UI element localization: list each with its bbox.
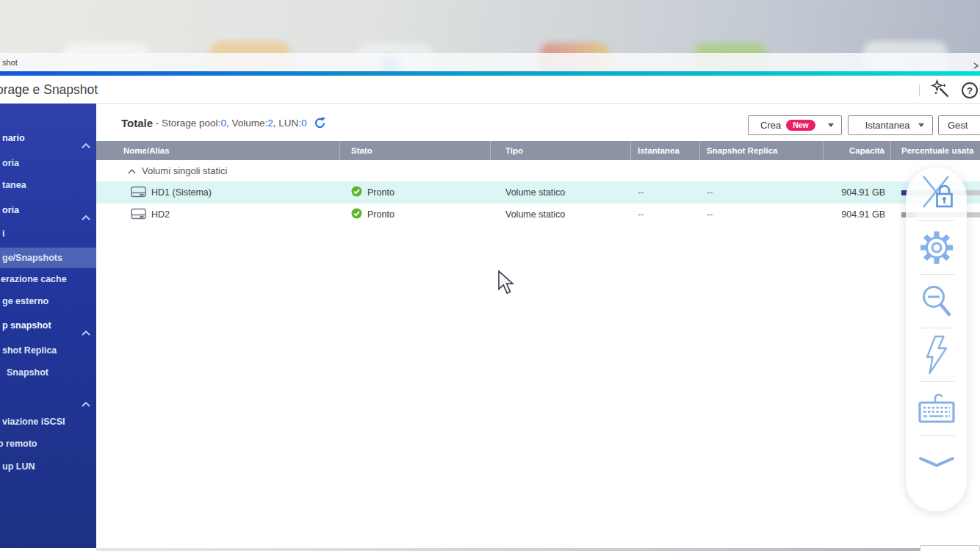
mouse-cursor <box>498 270 516 298</box>
chevron-up-icon <box>82 323 90 342</box>
sidebar-section-storage[interactable]: oria <box>0 201 96 220</box>
sidebar-item-lun-backup[interactable]: up LUN <box>0 457 96 476</box>
volume-icon <box>131 208 146 222</box>
sidebar-item-disks[interactable]: i <box>0 224 96 243</box>
sidebar-item-snapshot[interactable]: tanea <box>0 176 96 195</box>
window-header: orage e Snapshot ? <box>0 76 980 104</box>
chevron-up-icon <box>82 136 90 155</box>
sidebar-item-storage-snapshots[interactable]: ge/Snapshots <box>0 248 96 268</box>
table-row[interactable]: HD1 (Sistema) Pronto Volume statico -- -… <box>96 181 980 204</box>
app-tab-bar: shot <box>0 53 980 71</box>
table-row[interactable]: HD2 Pronto Volume statico -- -- 904.91 G… <box>96 204 980 226</box>
group-row-static-volumes[interactable]: Volumi singoli statici <box>96 160 980 181</box>
snapshot-button[interactable]: Istantanea <box>848 115 933 135</box>
chevron-up-icon <box>82 395 90 414</box>
create-button[interactable]: Crea New <box>748 115 842 135</box>
sidebar-section-iscsi[interactable] <box>0 387 96 406</box>
remote-console-toolbar <box>906 168 967 511</box>
sidebar-item-snapshot-vault[interactable]: Snapshot <box>0 363 96 382</box>
header-divider <box>919 84 920 96</box>
virtual-keyboard-icon[interactable] <box>906 382 967 435</box>
column-header-percent[interactable]: Percentuale usata <box>891 141 980 160</box>
page-title: orage e Snapshot <box>0 82 98 98</box>
collapse-icon[interactable] <box>906 436 967 489</box>
column-header-type[interactable]: Tipo <box>491 141 631 160</box>
desktop: shot orage e Snapshot ? <box>0 0 980 551</box>
column-header-snapshot[interactable]: Istantanea <box>631 141 700 160</box>
content-area: Totale - Storage pool: 0, Volume: 2, LUN… <box>96 104 980 548</box>
status-ok-icon <box>351 208 362 221</box>
sidebar-item-remote-disk[interactable]: o remoto <box>0 434 96 453</box>
disconnect-lock-icon[interactable] <box>906 168 967 220</box>
refresh-icon[interactable] <box>314 117 326 129</box>
zoom-out-icon[interactable] <box>906 275 967 328</box>
column-header-name[interactable]: Nome/Alias <box>96 141 340 160</box>
sidebar-section-scenario[interactable]: nario <box>0 129 96 148</box>
sidebar-item-iscsi-storage[interactable]: viazione iSCSI <box>0 412 96 431</box>
magic-wand-icon[interactable] <box>931 79 951 102</box>
chevron-down-icon <box>918 123 924 127</box>
statusbar-fragment <box>920 545 980 551</box>
sidebar-item-cache-acceleration[interactable]: erazione cache <box>0 270 96 289</box>
sidebar-section-snapshot-backup[interactable]: p snapshot <box>0 316 96 335</box>
column-header-status[interactable]: Stato <box>340 141 491 160</box>
collapse-chevron-icon <box>128 165 136 176</box>
totals-summary: Totale - Storage pool: 0, Volume: 2, LUN… <box>121 117 326 129</box>
volumes-table: Nome/Alias Stato Tipo Istantanea Snapsho… <box>96 141 980 226</box>
volume-icon <box>131 186 146 200</box>
sidebar-item-external-storage[interactable]: ge esterno <box>0 292 96 311</box>
storage-snapshot-window: nario oria tanea oria i ge/Snapshots era… <box>0 104 980 548</box>
control-row: Totale - Storage pool: 0, Volume: 2, LUN… <box>96 104 980 141</box>
sidebar: nario oria tanea oria i ge/Snapshots era… <box>0 104 96 548</box>
table-header: Nome/Alias Stato Tipo Istantanea Snapsho… <box>96 141 980 160</box>
column-header-capacity[interactable]: Capacità <box>824 141 891 160</box>
new-badge: New <box>786 120 815 131</box>
tab-scroll-icon[interactable] <box>973 59 979 72</box>
tab-storage-snapshot[interactable]: shot <box>2 58 18 67</box>
sidebar-item-overview[interactable]: oria <box>0 154 96 173</box>
help-icon[interactable]: ? <box>962 82 978 98</box>
manage-button[interactable]: Gest <box>938 115 980 135</box>
settings-gear-icon[interactable] <box>906 221 967 274</box>
sidebar-item-snapshot-replica[interactable]: shot Replica <box>0 341 96 360</box>
status-ok-icon <box>351 186 362 199</box>
power-actions-icon[interactable] <box>906 328 967 381</box>
window-bottom-edge <box>0 548 96 551</box>
column-header-replica[interactable]: Snapshot Replica <box>700 141 824 160</box>
chevron-down-icon <box>828 123 834 127</box>
